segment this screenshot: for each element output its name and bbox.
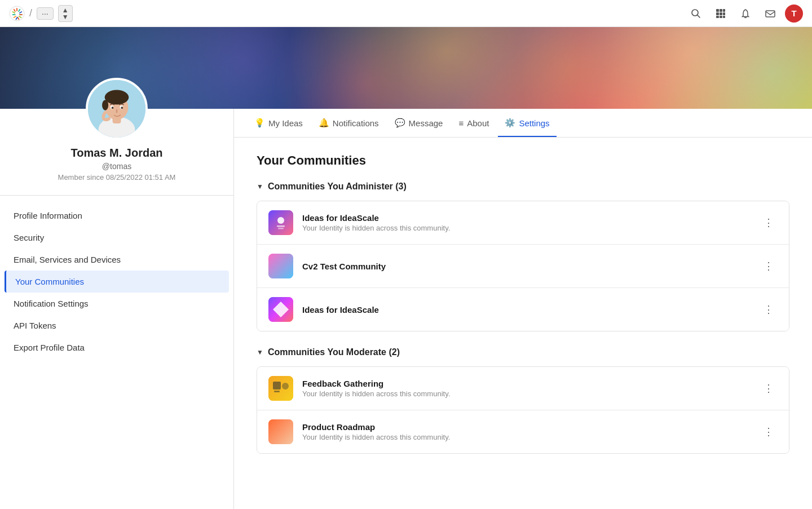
community-menu-button-ideas-ideascale-2[interactable]: ⋮ xyxy=(760,300,778,318)
mail-button[interactable] xyxy=(760,3,780,24)
svg-point-35 xyxy=(277,217,284,224)
tab-icon-my-ideas: 💡 xyxy=(254,118,265,128)
svg-point-43 xyxy=(282,383,289,390)
svg-rect-17 xyxy=(716,12,719,15)
logo-svg xyxy=(268,210,293,235)
community-logo-product-roadmap xyxy=(268,419,293,444)
svg-point-33 xyxy=(121,107,123,109)
main-layout: Tomas M. Jordan @tomas Member since 08/2… xyxy=(0,109,812,509)
community-sub-product-roadmap: Your Identity is hidden across this comm… xyxy=(302,433,760,441)
logo-svg xyxy=(268,297,293,322)
community-name-product-roadmap: Product Roadmap xyxy=(302,422,760,432)
community-name-ideas-ideascale-1: Ideas for IdeaScale xyxy=(302,213,760,223)
svg-rect-37 xyxy=(278,228,284,229)
tab-icon-settings: ⚙️ xyxy=(505,118,515,128)
nav-left: / ··· ▲▼ xyxy=(9,5,73,22)
tab-icon-about: ≡ xyxy=(458,118,464,128)
sidebar: Tomas M. Jordan @tomas Member since 08/2… xyxy=(0,109,234,509)
community-info-feedback-gathering: Feedback Gathering Your Identity is hidd… xyxy=(302,379,760,398)
tab-message[interactable]: 💬Message xyxy=(388,109,450,137)
logo-svg xyxy=(268,376,293,401)
community-item-cv2-test-community: Cv2 Test Community ⋮ xyxy=(257,245,789,288)
community-item-feedback-gathering: Feedback Gathering Your Identity is hidd… xyxy=(257,367,789,410)
community-logo-ideas-ideascale-2 xyxy=(268,297,293,322)
breadcrumb-arrows-button[interactable]: ▲▼ xyxy=(58,5,73,22)
communities-moderate-header[interactable]: ▼ Communities You Moderate (2) xyxy=(257,347,789,357)
sidebar-item-notification-settings[interactable]: Notification Settings xyxy=(5,293,229,315)
svg-point-28 xyxy=(105,90,129,105)
communities-administer-list: Ideas for IdeaScale Your Identity is hid… xyxy=(257,201,789,331)
content-area: 💡My Ideas🔔Notifications💬Message≡About⚙️S… xyxy=(234,109,812,509)
communities-moderate-section: ▼ Communities You Moderate (2) Feedback … xyxy=(257,347,789,454)
logo-svg xyxy=(268,254,293,278)
tab-label-message: Message xyxy=(409,118,443,128)
svg-rect-22 xyxy=(723,16,725,18)
content-body: Your Communities ▼ Communities You Admin… xyxy=(234,138,812,485)
community-name-cv2-test-community: Cv2 Test Community xyxy=(302,262,760,271)
avatar-container xyxy=(14,78,220,140)
search-icon xyxy=(691,8,701,19)
notifications-bell-button[interactable] xyxy=(735,3,756,24)
svg-rect-18 xyxy=(720,12,722,15)
community-logo-ideas-ideascale-1 xyxy=(268,210,293,235)
sidebar-nav: Profile InformationSecurityEmail, Servic… xyxy=(0,205,233,358)
svg-point-29 xyxy=(102,100,108,110)
community-info-ideas-ideascale-2: Ideas for IdeaScale xyxy=(302,305,760,315)
sidebar-item-profile-information[interactable]: Profile Information xyxy=(5,205,229,227)
top-nav: / ··· ▲▼ xyxy=(0,0,812,27)
sidebar-item-your-communities[interactable]: Your Communities xyxy=(5,271,229,293)
communities-administer-header[interactable]: ▼ Communities You Administer (3) xyxy=(257,182,789,192)
tab-settings[interactable]: ⚙️Settings xyxy=(498,109,556,137)
community-menu-button-feedback-gathering[interactable]: ⋮ xyxy=(760,379,778,397)
tab-label-settings: Settings xyxy=(519,118,549,128)
app-logo[interactable] xyxy=(9,6,25,21)
nav-right: T xyxy=(686,3,803,24)
profile-name: Tomas M. Jordan xyxy=(14,147,220,160)
community-logo-cv2-test-community xyxy=(268,254,293,278)
sidebar-item-security[interactable]: Security xyxy=(5,227,229,249)
profile-member-since: Member since 08/25/2022 01:51 AM xyxy=(14,173,220,182)
tab-label-notifications: Notifications xyxy=(333,118,379,128)
nav-separator: / xyxy=(29,7,32,19)
bell-icon xyxy=(740,8,751,19)
tab-icon-notifications: 🔔 xyxy=(319,118,329,128)
community-item-ideas-ideascale-2: Ideas for IdeaScale ⋮ xyxy=(257,288,789,331)
svg-rect-14 xyxy=(716,9,719,12)
svg-rect-36 xyxy=(277,225,285,227)
tab-my-ideas[interactable]: 💡My Ideas xyxy=(248,109,310,137)
breadcrumb-dots-button[interactable]: ··· xyxy=(37,7,54,20)
search-button[interactable] xyxy=(686,3,706,24)
user-avatar-button[interactable]: T xyxy=(785,5,803,23)
chevron-down-icon: ▼ xyxy=(257,183,263,191)
svg-rect-41 xyxy=(273,382,281,390)
sidebar-item-email-services-devices[interactable]: Email, Services and Devices xyxy=(5,249,229,271)
apps-button[interactable] xyxy=(710,3,731,24)
communities-moderate-title: Communities You Moderate (2) xyxy=(268,347,400,357)
community-menu-button-ideas-ideascale-1[interactable]: ⋮ xyxy=(760,214,778,232)
svg-rect-16 xyxy=(723,9,725,12)
communities-moderate-list: Feedback Gathering Your Identity is hidd… xyxy=(257,366,789,454)
tab-about[interactable]: ≡About xyxy=(452,109,496,137)
tab-label-about: About xyxy=(467,118,489,128)
community-menu-button-product-roadmap[interactable]: ⋮ xyxy=(760,423,778,441)
tab-icon-message: 💬 xyxy=(395,118,405,128)
sidebar-item-api-tokens[interactable]: API Tokens xyxy=(5,315,229,337)
tabs-bar: 💡My Ideas🔔Notifications💬Message≡About⚙️S… xyxy=(234,109,812,138)
community-menu-button-cv2-test-community[interactable]: ⋮ xyxy=(760,257,778,275)
communities-administer-section: ▼ Communities You Administer (3) Ideas f… xyxy=(257,182,789,331)
svg-rect-15 xyxy=(720,9,722,12)
community-info-product-roadmap: Product Roadmap Your Identity is hidden … xyxy=(302,422,760,441)
sidebar-item-export-profile-data[interactable]: Export Profile Data xyxy=(5,337,229,358)
mail-icon xyxy=(765,8,775,19)
apps-icon xyxy=(716,8,726,19)
svg-point-32 xyxy=(112,107,114,109)
svg-rect-19 xyxy=(723,12,725,15)
svg-rect-42 xyxy=(274,391,280,392)
svg-rect-20 xyxy=(716,16,719,18)
community-name-ideas-ideascale-2: Ideas for IdeaScale xyxy=(302,305,760,315)
svg-rect-38 xyxy=(268,254,293,278)
community-name-feedback-gathering: Feedback Gathering xyxy=(302,379,760,388)
tab-notifications[interactable]: 🔔Notifications xyxy=(312,109,386,137)
svg-rect-44 xyxy=(268,419,293,444)
svg-rect-23 xyxy=(766,11,775,17)
